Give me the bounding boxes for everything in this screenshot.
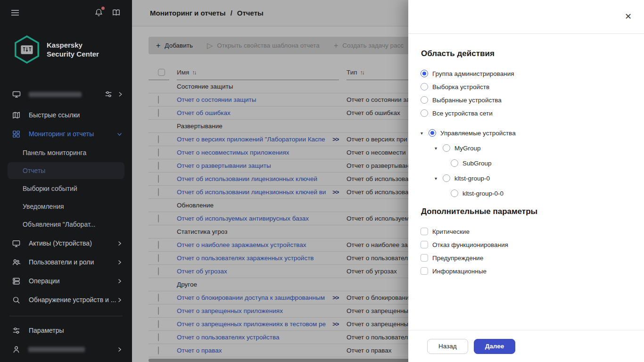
new-report-wizard-panel: ✕ Область действия Группа администрирова… [408,0,644,362]
stack-icon [12,277,21,286]
sidebar-item-label: Активы (Устройства) [29,239,92,247]
sidebar-nav: Быстрые ссылки Мониторинг и отчеты Панел… [0,106,132,359]
close-icon[interactable]: ✕ [625,11,632,22]
panel-body: Область действия Группа администрировани… [408,34,644,330]
sidebar-item-settings[interactable]: Параметры [0,321,132,340]
radio-icon[interactable] [443,174,450,182]
search-icon [12,296,21,304]
checkbox-label: Предупреждение [432,255,483,262]
chevron-right-icon [116,240,123,247]
checkbox-informational[interactable]: Информационные [421,264,630,278]
sidebar-item-monitoring[interactable]: Мониторинг и отчеты [0,124,132,143]
radio-label: Выбранные устройства [432,97,502,104]
server-icon [12,90,21,99]
checkbox-icon[interactable] [421,241,428,248]
next-button[interactable]: Далее [474,339,516,354]
sidebar-item-label: Уведомления [23,203,64,210]
sidebar-item-label: Панель мониторинга [23,149,86,156]
user-name-redacted [28,347,85,352]
chevron-right-icon [117,91,124,98]
sidebar-item-users-roles[interactable]: Пользователи и роли [0,253,132,272]
chevron-right-icon [116,278,123,284]
back-button[interactable]: Назад [427,339,468,354]
checkbox-icon[interactable] [421,254,428,262]
user-icon [12,345,21,354]
sidebar-item-label: Выборки событий [23,185,77,192]
hamburger-icon [10,8,20,17]
checkbox-label: Критические [432,228,470,235]
radio-administration-group[interactable]: Группа администрирования [421,67,630,80]
radio-selected-devices[interactable]: Выбранные устройства [421,93,630,107]
sidebar-item-dashboard[interactable]: Панель мониторинга [0,144,132,161]
tree-node-managed-devices[interactable]: ▾ Управляемые устройства [421,125,630,140]
additional-params-title: Дополнительные параметры [421,207,630,216]
sidebar-item-announcements[interactable]: Объявления "Лаборат... [0,216,132,233]
radio-device-selection[interactable]: Выборка устройств [421,80,630,93]
sidebar-item-label: Быстрые ссылки [29,111,80,119]
caret-down-icon[interactable]: ▾ [435,176,443,181]
sidebar-item-label: Отчеты [23,167,45,174]
checkbox-icon[interactable] [421,267,428,275]
chevron-right-icon [116,259,123,265]
dashboard-grid-icon [12,130,21,139]
radio-icon[interactable] [421,70,428,77]
server-settings-icon [104,90,113,99]
checkbox-icon[interactable] [421,228,428,235]
kaspersky-logo: Kaspersky Security Center [0,26,132,64]
sidebar-item-event-selections[interactable]: Выборки событий [0,180,132,197]
checkbox-label: Отказ функционирования [432,241,508,248]
group-tree: ▾ Управляемые устройства ▾ MyGroup SubGr… [421,125,630,201]
chevron-right-icon [116,297,123,303]
tree-node-label: Управляемые устройства [440,130,516,137]
radio-icon[interactable] [421,109,428,117]
sidebar-item-label: Пользователи и роли [29,258,94,266]
sidebar: Kaspersky Security Center Быстрые ссылки [0,0,132,362]
sidebar-item-label: Обнаружение устройств и ... [29,296,116,304]
radio-all-network-devices[interactable]: Все устройства сети [421,107,630,120]
checkbox-critical[interactable]: Критические [421,225,630,238]
radio-icon[interactable] [443,144,450,152]
sliders-icon [12,326,21,335]
radio-label: Группа администрирования [432,70,514,77]
kaspersky-hexagon-icon [13,35,41,64]
sidebar-item-notifications[interactable]: Уведомления [0,198,132,215]
documentation-button[interactable] [112,8,121,18]
sidebar-item-operations[interactable]: Операции [0,272,132,290]
sidebar-item-assets[interactable]: Активы (Устройства) [0,234,132,253]
radio-icon[interactable] [429,129,436,137]
caret-down-icon[interactable]: ▾ [421,131,429,136]
radio-icon[interactable] [451,189,458,197]
checkbox-functional-failure[interactable]: Отказ функционирования [421,238,630,251]
sidebar-item-quick-links[interactable]: Быстрые ссылки [0,106,132,124]
server-name-redacted [29,92,82,97]
tree-node-kltst-group-0[interactable]: ▾ kltst-group-0 [421,171,630,186]
tree-node-mygroup[interactable]: ▾ MyGroup [421,140,630,156]
sidebar-item-discovery[interactable]: Обнаружение устройств и ... [0,290,132,309]
users-icon [12,258,21,267]
tree-node-label: kltst-group-0-0 [462,190,504,197]
radio-icon[interactable] [421,96,428,104]
notifications-button[interactable] [94,8,103,18]
checkbox-warning[interactable]: Предупреждение [421,251,630,264]
chevron-right-icon [116,346,123,353]
radio-icon[interactable] [421,83,428,90]
radio-label: Все устройства сети [432,110,493,117]
sidebar-divider [9,316,123,316]
notification-dot [101,7,105,10]
tree-node-label: kltst-group-0 [454,175,490,182]
radio-icon[interactable] [451,159,458,167]
radio-label: Выборка устройств [432,83,489,90]
server-selector[interactable] [0,85,132,104]
monitor-icon [12,239,21,248]
tree-node-label: MyGroup [454,145,481,152]
tree-node-subgroup[interactable]: SubGroup [421,156,630,171]
sidebar-topbar [0,0,132,26]
caret-down-icon[interactable]: ▾ [435,146,443,151]
sidebar-user-account[interactable] [0,340,132,359]
sidebar-item-reports[interactable]: Отчеты [8,162,124,179]
tree-node-kltst-group-0-0[interactable]: kltst-group-0-0 [421,186,630,201]
book-icon [112,8,121,17]
chevron-down-icon [116,131,123,137]
tree-node-label: SubGroup [462,160,492,167]
hamburger-menu-button[interactable] [10,8,20,19]
